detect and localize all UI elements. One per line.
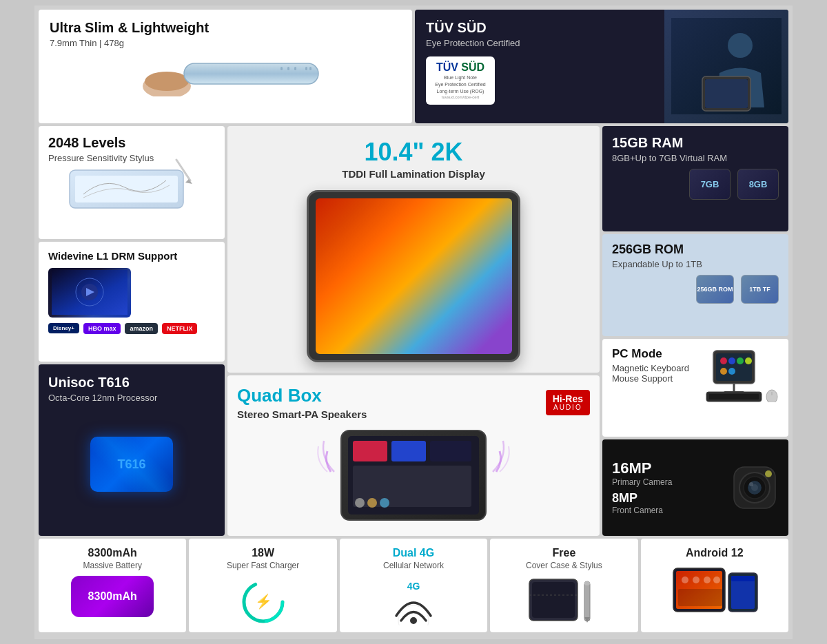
left-col: 2048 Levels Pressure Sensitivity Stylus xyxy=(39,126,225,536)
slim-cell: Ultra Slim & Lightweight 7.9mm Thin | 47… xyxy=(39,10,412,123)
svg-rect-6 xyxy=(305,67,307,70)
stylus-title: 2048 Levels xyxy=(48,134,215,151)
camera-inner: 16MP Primary Camera 8MP Front Camera xyxy=(612,459,779,515)
pcmode-svg xyxy=(703,347,779,402)
pcmode-sub: Magnetic KeyboardMouse Support xyxy=(612,363,689,384)
camera-text: 16MP Primary Camera 8MP Front Camera xyxy=(612,459,672,515)
svg-rect-31 xyxy=(716,353,752,381)
widevine-img-svg xyxy=(52,270,127,315)
svg-rect-23 xyxy=(353,441,387,461)
freecase-sub: Cover Case & Stylus xyxy=(498,561,629,570)
svg-rect-74 xyxy=(731,576,755,581)
proc-chip: T616 xyxy=(90,437,173,492)
slim-sub: 7.9mm Thin | 478g xyxy=(50,38,401,48)
widevine-title: Widevine L1 DRM Support xyxy=(48,250,215,262)
svg-point-55 xyxy=(410,617,417,624)
speaker-cell: Quad Box Stereo Smart-PA Speakers Hi-Res… xyxy=(227,375,600,536)
speaker-titles: Quad Box Stereo Smart-PA Speakers xyxy=(237,385,367,420)
tuv-badge-area: TÜV SÜD Blue Light Note Eye Protection C… xyxy=(426,56,653,105)
stylus-draw-svg xyxy=(63,156,201,211)
svg-rect-59 xyxy=(532,582,575,618)
row2-3-wrapper: 2048 Levels Pressure Sensitivity Stylus xyxy=(39,126,788,536)
speaker-sub: Stereo Smart-PA Speakers xyxy=(237,408,367,420)
camera-primary-label: Primary Camera xyxy=(612,477,672,487)
tuv-badge-text2: Eye Protection Certified xyxy=(435,82,486,87)
svg-rect-71 xyxy=(678,589,722,606)
speaker-top: Quad Box Stereo Smart-PA Speakers Hi-Res… xyxy=(237,385,590,420)
charger-graphic: ⚡ xyxy=(197,576,328,624)
camera-primary-mp: 16MP xyxy=(612,459,672,477)
camera-front-label: Front Camera xyxy=(612,506,672,515)
svg-point-29 xyxy=(380,498,389,508)
processor-cell: Unisoc T616 Octa-Core 12nm Processor T61… xyxy=(39,364,225,535)
battery-graphic: 8300mAh xyxy=(47,576,178,617)
svg-point-70 xyxy=(713,577,720,583)
hires-badge: Hi-Res AUDIO xyxy=(546,390,590,415)
ram-cell: 15GB RAM 8GB+Up to 7GB Virtual RAM 7GB 8… xyxy=(602,126,788,231)
proc-title: Unisoc T616 xyxy=(48,374,215,391)
battery-cell: 8300mAh Massive Battery 8300mAh xyxy=(39,539,186,632)
rom-chips: 256GB ROM 1TB TF xyxy=(612,275,779,304)
svg-point-9 xyxy=(728,33,753,58)
widevine-screen-img xyxy=(48,268,131,318)
svg-rect-63 xyxy=(584,581,590,585)
cellular-sub: Cellular Network xyxy=(348,561,479,570)
svg-point-51 xyxy=(765,470,772,477)
android-graphic xyxy=(649,565,780,614)
cellular-title: Dual 4G xyxy=(348,547,479,559)
charger-title: 18W xyxy=(197,547,328,559)
svg-rect-3 xyxy=(280,67,283,70)
stylus-drawing xyxy=(48,163,215,211)
amazon-logo: amazon xyxy=(125,323,158,334)
svg-point-1 xyxy=(145,72,189,91)
widevine-cell: Widevine L1 DRM Support xyxy=(39,242,225,362)
tuv-badge-text3: Long-term Use (ROG) xyxy=(437,89,484,94)
slim-image xyxy=(50,48,401,103)
svg-rect-7 xyxy=(309,67,312,70)
chip-8gb: 8GB xyxy=(737,169,779,200)
svg-point-42 xyxy=(766,390,777,402)
battery-label: 8300mAh xyxy=(88,590,137,603)
tuv-sub: Eye Protection Certified xyxy=(426,38,653,48)
svg-point-68 xyxy=(693,577,700,583)
battery-sub: Massive Battery xyxy=(47,561,178,570)
speaker-tablet-wrapper xyxy=(310,420,517,526)
case-svg xyxy=(522,576,605,623)
case-graphic xyxy=(498,576,629,623)
cellular-svg: 4G xyxy=(382,576,445,625)
svg-rect-4 xyxy=(287,67,289,70)
hbo-logo: HBO max xyxy=(83,323,121,334)
display-title: 10.4" 2K xyxy=(364,140,462,165)
ram-sub: 8GB+Up to 7GB Virtual RAM xyxy=(612,153,779,163)
svg-text:⚡: ⚡ xyxy=(254,593,272,610)
svg-point-69 xyxy=(704,577,711,583)
proc-sub: Octa-Core 12nm Processor xyxy=(48,393,215,403)
widevine-screen xyxy=(48,268,131,318)
tuv-title: TÜV SÜD xyxy=(426,19,653,36)
svg-point-36 xyxy=(720,368,727,375)
quad-title: Quad Box xyxy=(237,385,367,406)
main-container: Ultra Slim & Lightweight 7.9mm Thin | 47… xyxy=(34,6,793,639)
speaker-svg xyxy=(310,420,517,523)
tuv-badge-text1: Blue Light Note xyxy=(444,75,477,80)
right-col: 15GB RAM 8GB+Up to 7GB Virtual RAM 7GB 8… xyxy=(602,126,788,536)
freecase-title: Free xyxy=(498,547,629,559)
center-col: 10.4" 2K TDDI Full Lamination Display Qu… xyxy=(227,126,600,536)
svg-point-34 xyxy=(737,357,744,364)
chip-256gb: 256GB ROM xyxy=(696,275,734,304)
battery-pill: 8300mAh xyxy=(71,576,154,617)
android-svg xyxy=(670,565,759,614)
pcmode-inner: PC Mode Magnetic KeyboardMouse Support xyxy=(612,347,779,405)
stylus-cell: 2048 Levels Pressure Sensitivity Stylus xyxy=(39,126,225,239)
android-title: Android 12 xyxy=(649,547,780,559)
svg-point-37 xyxy=(728,368,735,375)
svg-point-32 xyxy=(720,357,727,364)
slim-title: Ultra Slim & Lightweight xyxy=(50,19,401,36)
svg-point-33 xyxy=(728,357,735,364)
svg-rect-41 xyxy=(709,394,759,399)
camera-svg xyxy=(731,464,779,512)
proc-glow xyxy=(90,437,173,492)
proc-chip-area: T616 xyxy=(48,403,215,526)
hires-text: Hi-Res xyxy=(553,394,583,404)
row4: 8300mAh Massive Battery 8300mAh 18W Supe… xyxy=(39,539,788,632)
